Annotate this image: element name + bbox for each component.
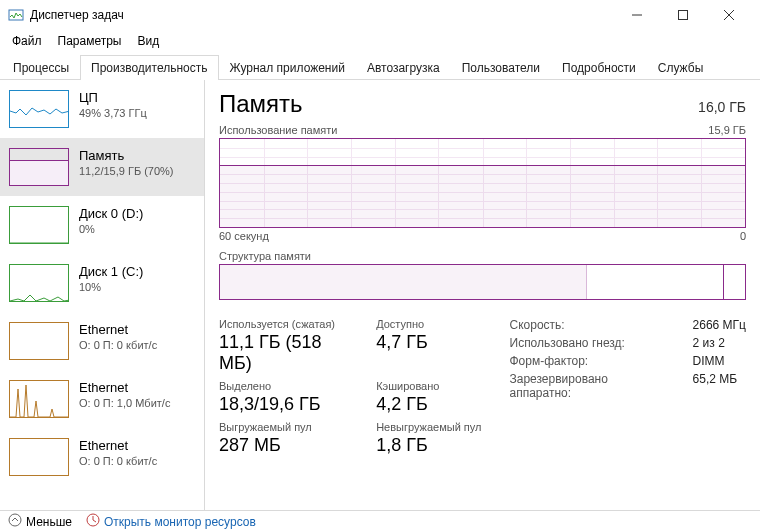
stat-value: 287 МБ (219, 435, 348, 456)
window-title: Диспетчер задач (30, 8, 614, 22)
tab-app-history[interactable]: Журнал приложений (219, 55, 356, 80)
stat-form-label: Форм-фактор: (510, 354, 663, 368)
ethernet-sparkline-icon (9, 322, 69, 360)
stat-label: Доступно (376, 318, 481, 330)
stat-label: Кэшировано (376, 380, 481, 392)
sidebar-item-sub: 49% 3,73 ГГц (79, 107, 147, 119)
stat-speed-label: Скорость: (510, 318, 663, 332)
close-button[interactable] (706, 0, 752, 30)
svg-rect-2 (679, 10, 688, 19)
stat-slots-value: 2 из 2 (693, 336, 746, 350)
stats-left: Используется (сжатая) 11,1 ГБ (518 МБ) Д… (219, 318, 482, 456)
tab-users[interactable]: Пользователи (451, 55, 551, 80)
sidebar-item-sub: 11,2/15,9 ГБ (70%) (79, 165, 174, 177)
sidebar-item-label: Ethernet (79, 380, 170, 395)
sidebar-item-cpu[interactable]: ЦП 49% 3,73 ГГц (0, 80, 204, 138)
stat-form-value: DIMM (693, 354, 746, 368)
tabbar: Процессы Производительность Журнал прило… (0, 52, 760, 80)
stat-value: 11,1 ГБ (518 МБ) (219, 332, 348, 374)
sidebar-item-sub: 0% (79, 223, 143, 235)
axis-right: 0 (740, 230, 746, 242)
tab-details[interactable]: Подробности (551, 55, 647, 80)
resource-monitor-icon (86, 513, 100, 530)
open-resource-monitor-link[interactable]: Открыть монитор ресурсов (86, 513, 256, 530)
fewer-details-label: Меньше (26, 515, 72, 529)
menu-file[interactable]: Файл (4, 32, 50, 50)
sidebar-item-sub: О: 0 П: 1,0 Мбит/с (79, 397, 170, 409)
chevron-up-icon (8, 513, 22, 530)
stat-value: 1,8 ГБ (376, 435, 481, 456)
stat-label: Выделено (219, 380, 348, 392)
sidebar-item-eth1[interactable]: Ethernet О: 0 П: 1,0 Мбит/с (0, 370, 204, 428)
page-title: Память (219, 90, 303, 118)
sidebar-item-eth2[interactable]: Ethernet О: 0 П: 0 кбит/с (0, 428, 204, 486)
sidebar-item-sub: 10% (79, 281, 143, 293)
axis-left: 60 секунд (219, 230, 269, 242)
sidebar-item-sub: О: 0 П: 0 кбит/с (79, 339, 157, 351)
fewer-details-button[interactable]: Меньше (8, 513, 72, 530)
usage-chart-label-left: Использование памяти (219, 124, 337, 136)
minimize-button[interactable] (614, 0, 660, 30)
stat-paged: Выгружаемый пул 287 МБ (219, 421, 348, 456)
stat-available: Доступно 4,7 ГБ (376, 318, 481, 374)
sidebar-item-label: Диск 0 (D:) (79, 206, 143, 221)
sidebar: ЦП 49% 3,73 ГГц Память 11,2/15,9 ГБ (70%… (0, 80, 205, 510)
titlebar: Диспетчер задач (0, 0, 760, 30)
tab-services[interactable]: Службы (647, 55, 714, 80)
sidebar-item-label: Память (79, 148, 174, 163)
stat-label: Выгружаемый пул (219, 421, 348, 433)
sidebar-item-eth0[interactable]: Ethernet О: 0 П: 0 кбит/с (0, 312, 204, 370)
svg-line-8 (93, 520, 96, 522)
sidebar-item-label: Диск 1 (C:) (79, 264, 143, 279)
stat-committed: Выделено 18,3/19,6 ГБ (219, 380, 348, 415)
usage-chart-axis: 60 секунд 0 (219, 230, 746, 242)
stat-label: Невыгружаемый пул (376, 421, 481, 433)
stat-label: Используется (сжатая) (219, 318, 348, 330)
sidebar-item-disk1[interactable]: Диск 1 (C:) 10% (0, 254, 204, 312)
sidebar-item-sub: О: 0 П: 0 кбит/с (79, 455, 157, 467)
memory-sparkline-icon (9, 148, 69, 186)
menu-view[interactable]: Вид (129, 32, 167, 50)
sidebar-item-memory[interactable]: Память 11,2/15,9 ГБ (70%) (0, 138, 204, 196)
composition-label: Структура памяти (219, 250, 311, 262)
main-panel: Память 16,0 ГБ Использование памяти 15,9… (205, 80, 760, 510)
stats-grid: Используется (сжатая) 11,1 ГБ (518 МБ) Д… (219, 318, 746, 456)
composition-label-row: Структура памяти (219, 250, 746, 262)
stats-right: Скорость: 2666 МГц Использовано гнезд: 2… (510, 318, 747, 456)
statusbar: Меньше Открыть монитор ресурсов (0, 510, 760, 532)
stat-nonpaged: Невыгружаемый пул 1,8 ГБ (376, 421, 481, 456)
menubar: Файл Параметры Вид (0, 30, 760, 52)
stat-value: 4,2 ГБ (376, 394, 481, 415)
memory-composition-chart (219, 264, 746, 300)
stat-value: 4,7 ГБ (376, 332, 481, 353)
sidebar-item-label: ЦП (79, 90, 147, 105)
menu-options[interactable]: Параметры (50, 32, 130, 50)
usage-chart-labels: Использование памяти 15,9 ГБ (219, 124, 746, 136)
cpu-sparkline-icon (9, 90, 69, 128)
sidebar-item-label: Ethernet (79, 438, 157, 453)
window-controls (614, 0, 752, 30)
disk-sparkline-icon (9, 264, 69, 302)
stat-cached: Кэшировано 4,2 ГБ (376, 380, 481, 415)
stat-slots-label: Использовано гнезд: (510, 336, 663, 350)
ethernet-sparkline-icon (9, 438, 69, 476)
sidebar-item-label: Ethernet (79, 322, 157, 337)
open-resource-monitor-label: Открыть монитор ресурсов (104, 515, 256, 529)
maximize-button[interactable] (660, 0, 706, 30)
stat-reserved-label: Зарезервировано аппаратно: (510, 372, 663, 400)
disk-sparkline-icon (9, 206, 69, 244)
main-header: Память 16,0 ГБ (219, 90, 746, 118)
memory-usage-chart (219, 138, 746, 228)
stat-value: 18,3/19,6 ГБ (219, 394, 348, 415)
tab-performance[interactable]: Производительность (80, 55, 218, 80)
sidebar-item-disk0[interactable]: Диск 0 (D:) 0% (0, 196, 204, 254)
tab-processes[interactable]: Процессы (2, 55, 80, 80)
stat-reserved-value: 65,2 МБ (693, 372, 746, 400)
app-icon (8, 7, 24, 23)
content: ЦП 49% 3,73 ГГц Память 11,2/15,9 ГБ (70%… (0, 80, 760, 510)
usage-chart-label-right: 15,9 ГБ (708, 124, 746, 136)
svg-point-5 (9, 514, 21, 526)
stat-speed-value: 2666 МГц (693, 318, 746, 332)
tab-startup[interactable]: Автозагрузка (356, 55, 451, 80)
stat-in-use: Используется (сжатая) 11,1 ГБ (518 МБ) (219, 318, 348, 374)
